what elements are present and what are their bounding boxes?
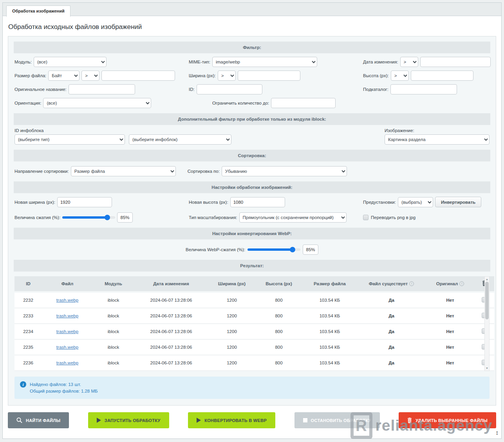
scale-type-select[interactable]: Прямоугольник (с сохранением пропорций)	[239, 212, 347, 223]
subdir-field: Подкаталог:	[363, 84, 490, 94]
table-row: 2235 trash.webp iblock 2024-06-07 13:28:…	[14, 339, 494, 355]
filesize-input[interactable]	[101, 71, 175, 81]
stop-processing-button[interactable]: ОСТАНОВИТЬ ОБРАБОТКУ	[294, 412, 380, 428]
file-link[interactable]: trash.webp	[56, 298, 78, 303]
subdir-input[interactable]	[390, 84, 457, 94]
main-form-panel: Фильтр: Модуль: (все) MIME-тип: image/we…	[8, 36, 496, 406]
sort-by-select[interactable]: Убыванию	[222, 166, 347, 176]
table-row: 2234 trash.webp iblock 2024-06-07 13:28:…	[14, 324, 494, 339]
mime-select[interactable]: image/webp	[212, 57, 317, 67]
webp-compression-slider[interactable]	[247, 247, 300, 252]
tab-image-processing[interactable]: Обработка изображений	[6, 5, 70, 17]
cell-file: trash.webp	[42, 339, 93, 355]
iblock-select[interactable]: (выберите инфоблок)	[129, 134, 231, 145]
height-input[interactable]	[411, 71, 473, 81]
invert-button[interactable]: Инвертировать	[435, 197, 481, 207]
compression-label: Величина сжатия (%):	[14, 215, 60, 220]
module-field: Модуль: (все)	[14, 57, 189, 67]
cell-height: 800	[255, 339, 302, 355]
image-kind-select[interactable]: Картинка раздела	[385, 134, 490, 145]
find-files-button[interactable]: НАЙТИ ФАЙЛЫ	[8, 412, 69, 428]
limit-input[interactable]	[271, 98, 336, 108]
result-table-wrap: ID Файл Модуль Дата изменения Ширина (px…	[14, 276, 490, 371]
filesize-label: Размер файла:	[14, 73, 46, 78]
slider-thumb[interactable]	[105, 215, 110, 220]
scrollbar-thumb[interactable]	[485, 282, 489, 319]
table-header-row: ID Файл Модуль Дата изменения Ширина (px…	[14, 276, 494, 292]
cell-size: 103.54 КБ	[302, 308, 357, 324]
table-scrollbar[interactable]: ▲ ▼	[484, 276, 490, 371]
cell-original: Нет	[426, 324, 475, 339]
scale-type-label: Тип масштабирования:	[189, 215, 237, 220]
iblock-filter-section-header: Дополнительный фильтр при обработке толь…	[14, 113, 490, 125]
cell-width: 1200	[208, 308, 255, 324]
presets-label: Предустановки:	[363, 200, 396, 205]
width-label: Ширина (px):	[189, 73, 216, 78]
cell-size: 103.54 КБ	[302, 324, 357, 339]
slider-thumb[interactable]	[290, 247, 295, 252]
cell-size: 103.54 КБ	[302, 355, 357, 371]
scroll-up-icon[interactable]: ▲	[486, 277, 488, 282]
cell-original: Нет	[426, 308, 475, 324]
id-field: ID:	[189, 84, 363, 94]
file-link[interactable]: trash.webp	[56, 313, 78, 318]
id-input[interactable]	[197, 84, 262, 94]
delete-selected-button[interactable]: УДАЛИТЬ ВЫБРАННЫЕ ФАЙЛЫ	[399, 412, 496, 428]
orientation-select[interactable]: (все)	[43, 98, 151, 108]
result-info-box: i Найдено файлов: 13 шт. Общий размер фа…	[14, 377, 490, 399]
cell-file: trash.webp	[42, 355, 93, 371]
cell-date: 2024-06-07 13:28:06	[134, 355, 208, 371]
file-link[interactable]: trash.webp	[56, 345, 78, 350]
files-found-text: Найдено файлов: 13 шт.	[30, 381, 98, 388]
cell-exists: Да	[357, 324, 426, 339]
new-width-label: Новая ширина (px):	[14, 200, 55, 205]
date-operator-select[interactable]: >	[400, 57, 418, 67]
limit-label: Ограничить количество до:	[212, 101, 269, 105]
filesize-unit-select[interactable]: Байт	[48, 71, 79, 81]
scroll-down-icon[interactable]: ▼	[486, 366, 488, 371]
total-size-text: Общий размер файлов: 1.28 МБ	[30, 388, 98, 395]
new-width-input[interactable]	[57, 197, 112, 207]
scale-type-field: Тип масштабирования: Прямоугольник (с со…	[189, 212, 363, 223]
png-to-jpg-checkbox[interactable]	[363, 215, 369, 220]
iblock-type-select[interactable]: (выберите тип)	[14, 134, 125, 145]
module-select[interactable]: (все)	[34, 57, 107, 67]
help-icon: i	[459, 281, 464, 286]
cell-date: 2024-06-07 13:28:06	[134, 292, 208, 308]
compression-field: Величина сжатия (%):	[14, 212, 189, 223]
date-input[interactable]	[420, 57, 491, 67]
cell-height: 800	[255, 308, 302, 324]
new-height-input[interactable]	[230, 197, 285, 207]
file-link[interactable]: trash.webp	[56, 329, 78, 334]
filter-section-header: Фильтр:	[14, 42, 490, 53]
original-name-input[interactable]	[69, 84, 135, 94]
col-width: Ширина (px)	[208, 276, 255, 292]
compression-value-input[interactable]	[117, 212, 133, 223]
webp-compression-label: Величина WebP-сжатия (%):	[186, 247, 245, 252]
webp-compression-field: Величина WebP-сжатия (%):	[8, 245, 496, 255]
app-window: Обработка изображений Обработка исходных…	[2, 2, 502, 439]
sort-direction-select[interactable]: Размер файла	[71, 166, 176, 176]
result-table: ID Файл Модуль Дата изменения Ширина (px…	[14, 276, 494, 371]
convert-to-webp-button[interactable]: КОНВЕРТИРОВАТЬ В WEBP	[188, 412, 275, 428]
cell-exists: Да	[357, 292, 426, 308]
col-original: Оригиналi	[426, 276, 475, 292]
stop-icon	[303, 418, 307, 422]
iblock-id-label: ID инфоблока	[14, 128, 231, 133]
width-operator-select[interactable]: >	[218, 71, 236, 81]
height-operator-select[interactable]: >	[391, 71, 409, 81]
compression-slider[interactable]	[62, 215, 115, 220]
width-input[interactable]	[238, 71, 300, 81]
limit-field: Ограничить количество до:	[189, 98, 363, 108]
date-field: Дата изменения: >	[363, 57, 491, 67]
file-link[interactable]: trash.webp	[56, 360, 78, 365]
original-name-field: Оригинальное название:	[14, 84, 189, 94]
webp-compression-value-input[interactable]	[303, 245, 318, 255]
cell-original: Нет	[426, 355, 475, 371]
start-processing-button[interactable]: ЗАПУСТИТЬ ОБРАБОТКУ	[88, 412, 169, 428]
sort-direction-field: Направление сортировки: Размер файла	[14, 166, 176, 176]
col-file: Файл	[42, 276, 93, 292]
presets-select[interactable]: (выбрать)	[398, 197, 433, 207]
filesize-operator-select[interactable]: >	[81, 71, 99, 81]
cell-id: 2235	[14, 339, 42, 355]
